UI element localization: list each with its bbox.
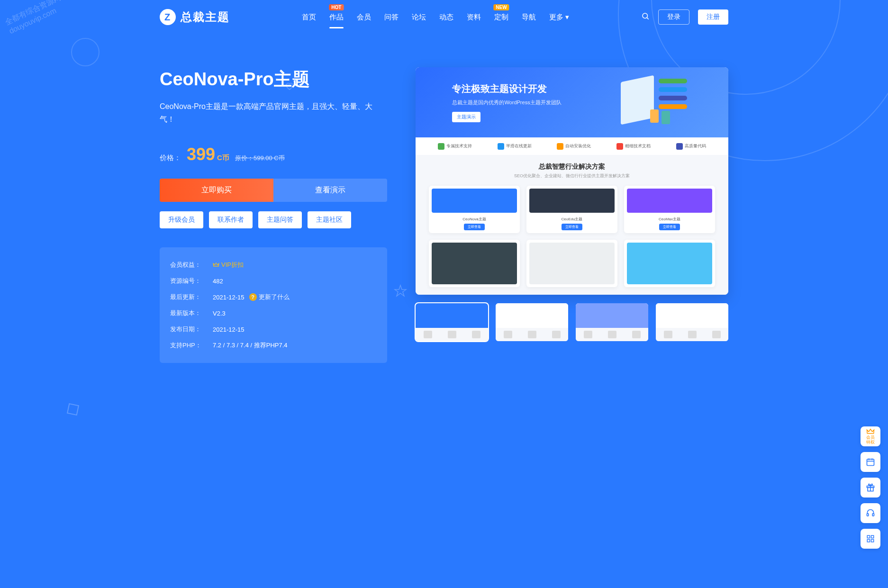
- site-logo[interactable]: Z 总裁主题: [160, 9, 230, 25]
- preview-card-2: CeoMax主题立即查看: [624, 186, 715, 233]
- product-title: CeoNova-Pro主题: [160, 67, 387, 91]
- info-row-3: 最新版本：V2.3: [170, 305, 377, 321]
- info-value: 7.2 / 7.3 / 7.4 / 推荐PHP7.4: [213, 341, 288, 350]
- float-support-button[interactable]: [861, 503, 880, 523]
- product-description: CeoNova-Pro主题是一款高端产品官网主题，且强大、轻量、大气！: [160, 100, 387, 126]
- header: Z 总裁主题 首页作品HOT会员问答论坛动态资料定制NEW导航更多 ▾ 登录 注…: [160, 0, 728, 34]
- nav-item-9[interactable]: 更多 ▾: [549, 11, 569, 24]
- nav-item-3[interactable]: 问答: [384, 11, 399, 24]
- info-label: 会员权益：: [170, 261, 208, 269]
- info-value: 2021-12-15?更新了什么: [213, 293, 290, 301]
- changelog-link[interactable]: ?更新了什么: [249, 293, 290, 301]
- preview-card-1: CeoEdu主题立即查看: [526, 186, 617, 233]
- preview-feature-4: 高质量代码: [676, 143, 706, 150]
- info-label: 最后更新：: [170, 293, 208, 301]
- cta-row: 立即购买 查看演示: [160, 179, 387, 202]
- preview-feature-bar: 专属技术支持平滑在线更新自动安装优化精细技术文档高质量代码: [416, 137, 728, 155]
- preview-feature-0: 专属技术支持: [438, 143, 472, 150]
- thumbnail-1[interactable]: [496, 303, 568, 341]
- nav-item-8[interactable]: 导航: [522, 11, 536, 24]
- info-label: 发布日期：: [170, 325, 208, 334]
- info-value: 482: [213, 278, 223, 285]
- preview-feature-2: 自动安装优化: [557, 143, 591, 150]
- price-row: 价格： 399C币 原价：599.00 C币: [160, 145, 387, 164]
- floating-sidebar: 会员 特权: [861, 426, 880, 549]
- preview-illustration: [607, 74, 692, 131]
- float-vip-button[interactable]: 会员 特权: [861, 426, 880, 446]
- info-label: 资源编号：: [170, 277, 208, 285]
- info-value: 2021-12-15: [213, 326, 245, 333]
- logo-icon: Z: [160, 9, 176, 25]
- demo-button[interactable]: 查看演示: [273, 179, 387, 202]
- svg-point-1: [643, 13, 648, 18]
- header-right: 登录 注册: [641, 9, 728, 25]
- preview-card-3: [429, 240, 520, 287]
- info-row-4: 发布日期：2021-12-15: [170, 321, 377, 337]
- preview-hero-title: 专注极致主题设计开发: [452, 82, 561, 95]
- thumbnail-0[interactable]: [416, 303, 488, 341]
- action-row: 升级会员联系作者主题问答主题社区: [160, 211, 387, 228]
- info-label: 最新版本：: [170, 309, 208, 317]
- preview-body-sub: SEO优化聚合、企业建站、微信行行业提供主题开发解决方案: [429, 173, 715, 179]
- search-icon[interactable]: [641, 12, 650, 22]
- action-button-1[interactable]: 联系作者: [209, 211, 253, 228]
- login-button[interactable]: 登录: [658, 9, 689, 25]
- crown-icon: VIP折扣: [213, 261, 244, 269]
- grid-icon: [866, 534, 875, 543]
- preview-hero-button: 主题演示: [452, 112, 480, 122]
- info-card: 会员权益：VIP折扣资源编号：482最后更新：2021-12-15?更新了什么最…: [160, 247, 387, 363]
- svg-rect-15: [871, 540, 874, 542]
- info-label: 支持PHP：: [170, 341, 208, 350]
- price-value: 399C币: [187, 145, 229, 164]
- hot-badge: HOT: [329, 4, 344, 10]
- thumbnail-3[interactable]: [656, 303, 728, 341]
- preview-grid: CeoNova主题立即查看CeoEdu主题立即查看CeoMax主题立即查看: [429, 186, 715, 287]
- buy-button[interactable]: 立即购买: [160, 179, 273, 202]
- register-button[interactable]: 注册: [698, 9, 728, 25]
- nav-item-4[interactable]: 论坛: [412, 11, 426, 24]
- preview-card-4: [526, 240, 617, 287]
- float-gift-button[interactable]: [861, 478, 880, 498]
- watermark: 全都有综合资源网 douyouvip.com: [3, 0, 67, 36]
- preview-image-large: 专注极致主题设计开发 总裁主题是国内优秀的WordPress主题开发团队 主题演…: [416, 67, 728, 295]
- new-badge: NEW: [493, 4, 509, 10]
- preview-card-5: [624, 240, 715, 287]
- float-calendar-button[interactable]: [861, 452, 880, 472]
- svg-rect-14: [867, 540, 870, 542]
- nav-item-7[interactable]: 定制NEW: [494, 11, 508, 24]
- preview-card-0: CeoNova主题立即查看: [429, 186, 520, 233]
- thumbnail-2[interactable]: [576, 303, 648, 341]
- decoration-square: [66, 403, 80, 416]
- svg-rect-13: [871, 535, 874, 538]
- action-button-3[interactable]: 主题社区: [308, 211, 351, 228]
- nav-item-1[interactable]: 作品HOT: [329, 11, 344, 24]
- crown-icon: [866, 428, 875, 435]
- preview-feature-1: 平滑在线更新: [498, 143, 532, 150]
- preview-thumbnails: [416, 303, 728, 341]
- nav-item-6[interactable]: 资料: [467, 11, 481, 24]
- question-icon: ?: [249, 293, 257, 301]
- info-value: VIP折扣: [213, 261, 244, 269]
- nav-item-2[interactable]: 会员: [357, 11, 371, 24]
- svg-rect-12: [867, 535, 870, 538]
- svg-rect-11: [872, 514, 874, 516]
- nav-item-5[interactable]: 动态: [439, 11, 453, 24]
- headset-icon: [866, 508, 875, 518]
- action-button-2[interactable]: 主题问答: [258, 211, 302, 228]
- main-nav: 首页作品HOT会员问答论坛动态资料定制NEW导航更多 ▾: [302, 11, 569, 24]
- logo-text: 总裁主题: [181, 9, 230, 25]
- preview-feature-3: 精细技术文档: [616, 143, 651, 150]
- info-value: V2.3: [213, 310, 226, 317]
- calendar-icon: [866, 457, 875, 467]
- svg-line-2: [647, 18, 648, 19]
- price-label: 价格：: [160, 154, 181, 163]
- svg-rect-0: [67, 404, 79, 415]
- float-grid-button[interactable]: [861, 529, 880, 549]
- info-row-2: 最后更新：2021-12-15?更新了什么: [170, 289, 377, 305]
- preview-hero-sub: 总裁主题是国内优秀的WordPress主题开发团队: [452, 99, 561, 106]
- svg-rect-3: [867, 459, 874, 465]
- info-row-5: 支持PHP：7.2 / 7.3 / 7.4 / 推荐PHP7.4: [170, 337, 377, 353]
- action-button-0[interactable]: 升级会员: [160, 211, 203, 228]
- info-row-0: 会员权益：VIP折扣: [170, 257, 377, 273]
- nav-item-0[interactable]: 首页: [302, 11, 316, 24]
